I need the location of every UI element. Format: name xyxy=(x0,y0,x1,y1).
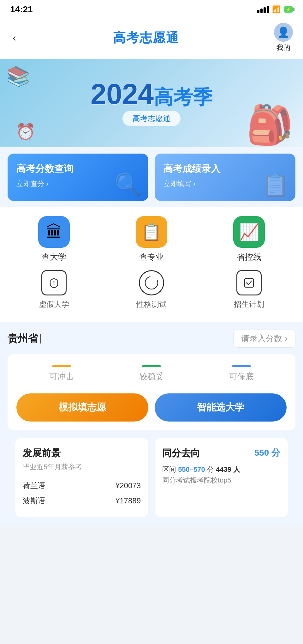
level-aggressive: 可冲击 xyxy=(49,365,74,382)
banner-figure-icon: 🎒 xyxy=(246,103,294,147)
province-line-label: 省控线 xyxy=(237,252,261,263)
smart-select-button[interactable]: 智能选大学 xyxy=(155,393,287,422)
quick-card-score-query[interactable]: 高考分数查询 立即查分 › 🔍 xyxy=(8,154,148,201)
icon-item-enrollment[interactable]: 招生计划 xyxy=(217,270,281,309)
personality-icon xyxy=(139,270,164,295)
score-people-count: 4439 人 xyxy=(216,465,240,473)
salary-item-dutch: 荷兰语 ¥20073 xyxy=(23,478,141,493)
profile-label: 我的 xyxy=(276,43,290,52)
avatar: 👤 xyxy=(274,23,293,42)
fake-univ-label: 虚假大学 xyxy=(39,299,69,309)
province-name: 贵州省 xyxy=(8,332,41,346)
app-title: 高考志愿通 xyxy=(113,29,179,46)
banner-main-text: 高考季 xyxy=(154,88,212,107)
icon-item-province-line[interactable]: 📈 省控线 xyxy=(217,216,281,263)
status-bar: 14:21 📶 ⚡ xyxy=(0,0,303,18)
signal-icon xyxy=(257,6,269,13)
simulate-button[interactable]: 模拟填志愿 xyxy=(16,393,148,422)
province-header: 贵州省 请录入分数 › xyxy=(8,330,295,348)
volunteer-card: 可冲击 较稳妥 可保底 模拟填志愿 智能选大学 xyxy=(8,354,295,430)
status-icons: 📶 ⚡ xyxy=(257,5,293,14)
level-bar-blue xyxy=(232,365,251,367)
text-cursor xyxy=(40,334,41,343)
same-score-title: 同分去向 xyxy=(162,447,200,460)
salary-amount-dutch: ¥20073 xyxy=(116,481,141,490)
salary-name-dutch: 荷兰语 xyxy=(23,481,45,491)
level-safe: 可保底 xyxy=(229,365,254,382)
svg-point-1 xyxy=(145,276,158,289)
form-deco-icon: 📋 xyxy=(262,172,289,198)
icon-item-major[interactable]: 📋 查专业 xyxy=(120,216,183,263)
search-deco-icon: 🔍 xyxy=(115,172,142,198)
level-safe-label: 可保底 xyxy=(229,371,254,382)
career-prospect-card: 发展前景 毕业近5年月薪参考 荷兰语 ¥20073 波斯语 ¥17889 xyxy=(15,438,148,517)
fake-univ-icon: ! xyxy=(41,270,67,295)
career-title: 发展前景 xyxy=(23,447,141,460)
icon-row-2: ! 虚假大学 性格测试 招生计划 xyxy=(5,270,298,309)
banner: 📚 ⏰ 2024 高考季 高考志愿通 🎒 xyxy=(0,59,303,147)
same-score-header: 同分去向 550 分 xyxy=(162,447,280,462)
salary-amount-persian: ¥17889 xyxy=(116,496,141,505)
score-input-button[interactable]: 请录入分数 › xyxy=(233,330,295,348)
level-aggressive-label: 可冲击 xyxy=(49,371,74,382)
score-range: 区间 550–570 分 4439 人 xyxy=(162,465,280,474)
banner-content: 2024 高考季 高考志愿通 xyxy=(91,80,212,126)
app-header: ‹ 高考志愿通 👤 我的 xyxy=(0,18,303,59)
banner-books-icon: 📚 xyxy=(6,65,30,88)
province-section: 贵州省 请录入分数 › 可冲击 较稳妥 可保底 模拟填志愿 智能选大学 xyxy=(0,322,303,525)
level-bar-green xyxy=(142,365,161,367)
profile-button[interactable]: 👤 我的 xyxy=(274,23,293,52)
university-label: 查大学 xyxy=(42,252,66,263)
icon-item-fake-univ[interactable]: ! 虚假大学 xyxy=(22,270,86,309)
same-score-card: 同分去向 550 分 区间 550–570 分 4439 人 同分考试报考院校t… xyxy=(155,438,288,517)
bottom-cards: 发展前景 毕业近5年月薪参考 荷兰语 ¥20073 波斯语 ¥17889 同分去… xyxy=(8,438,295,525)
volunteer-actions: 模拟填志愿 智能选大学 xyxy=(16,393,287,422)
wifi-icon: 📶 xyxy=(272,5,281,14)
level-stable: 较稳妥 xyxy=(139,365,164,382)
volunteer-levels: 可冲击 较稳妥 可保底 xyxy=(16,365,287,382)
salary-item-persian: 波斯语 ¥17889 xyxy=(23,493,141,508)
score-desc: 同分考试报考院校top5 xyxy=(162,476,280,485)
quick-card-score-entry[interactable]: 高考成绩录入 立即填写 › 📋 xyxy=(155,154,295,201)
enrollment-label: 招生计划 xyxy=(234,299,264,309)
university-icon: 🏛 xyxy=(38,216,70,248)
banner-year: 2024 xyxy=(91,80,154,108)
back-button[interactable]: ‹ xyxy=(10,31,19,45)
icon-item-university[interactable]: 🏛 查大学 xyxy=(22,216,86,263)
icon-row-1: 🏛 查大学 📋 查专业 📈 省控线 xyxy=(5,216,298,263)
svg-text:!: ! xyxy=(53,280,55,287)
banner-subtitle: 高考志愿通 xyxy=(122,111,181,126)
svg-rect-2 xyxy=(245,278,253,287)
icon-item-personality[interactable]: 性格测试 xyxy=(120,270,183,309)
major-label: 查专业 xyxy=(139,252,164,263)
major-icon: 📋 xyxy=(136,216,167,248)
level-bar-orange xyxy=(52,365,71,367)
enrollment-icon xyxy=(236,270,262,295)
score-range-value: 550–570 xyxy=(178,465,205,473)
battery-icon: ⚡ xyxy=(284,6,293,13)
level-stable-label: 较稳妥 xyxy=(139,371,164,382)
career-subtitle: 毕业近5年月薪参考 xyxy=(23,462,141,472)
score-highlight: 550 分 xyxy=(254,447,281,459)
banner-clock-icon: ⏰ xyxy=(16,123,35,141)
icon-grid: 🏛 查大学 📋 查专业 📈 省控线 ! 虚假大学 xyxy=(0,207,303,322)
status-time: 14:21 xyxy=(10,4,33,15)
personality-label: 性格测试 xyxy=(136,299,167,309)
quick-cards-section: 高考分数查询 立即查分 › 🔍 高考成绩录入 立即填写 › 📋 xyxy=(0,147,303,207)
province-line-icon: 📈 xyxy=(233,216,265,248)
salary-name-persian: 波斯语 xyxy=(23,496,45,506)
